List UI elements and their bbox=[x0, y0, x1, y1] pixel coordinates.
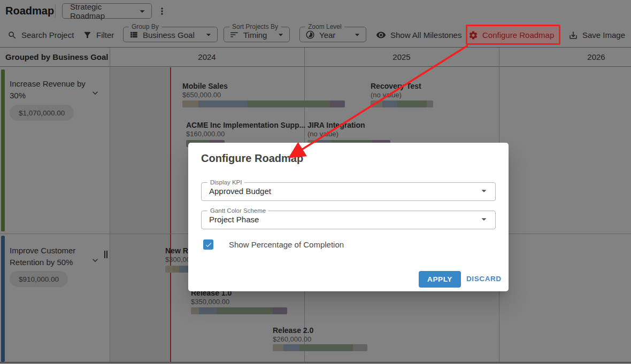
display-kpi-value: Approved Budget bbox=[209, 187, 271, 196]
apply-button[interactable]: APPLY bbox=[419, 271, 461, 288]
gantt-color-scheme-label: Gantt Color Scheme bbox=[207, 208, 268, 213]
checkbox-checked-icon[interactable] bbox=[203, 239, 213, 250]
show-percentage-checkbox-row[interactable]: Show Percentage of Completion bbox=[203, 239, 344, 250]
display-kpi-label: Display KPI bbox=[207, 180, 244, 184]
display-kpi-dropdown[interactable]: Display KPI Approved Budget bbox=[201, 180, 496, 201]
discard-button[interactable]: DISCARD bbox=[466, 275, 502, 283]
show-percentage-label: Show Percentage of Completion bbox=[229, 240, 344, 249]
roadmap-app: Roadmap Strategic Roadmap Search Project… bbox=[0, 0, 631, 364]
configure-roadmap-dialog: Configure Roadmap Display KPI Approved B… bbox=[188, 143, 509, 291]
chevron-down-icon bbox=[478, 213, 490, 225]
gantt-color-scheme-value: Project Phase bbox=[209, 215, 259, 224]
chevron-down-icon bbox=[478, 185, 490, 197]
dialog-title: Configure Roadmap bbox=[201, 152, 303, 165]
gantt-color-scheme-dropdown[interactable]: Gantt Color Scheme Project Phase bbox=[201, 208, 496, 229]
